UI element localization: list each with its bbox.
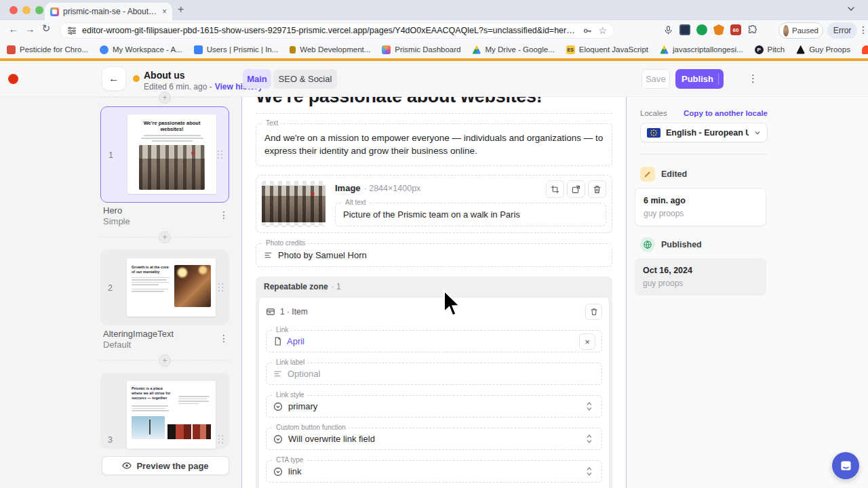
link-label-field[interactable]: Link label Optional xyxy=(266,363,602,385)
microphone-icon[interactable] xyxy=(663,25,673,35)
delete-item-button[interactable] xyxy=(585,304,602,320)
add-slice-button[interactable]: + xyxy=(159,231,171,243)
select-circle-icon xyxy=(273,434,283,444)
add-slice-button[interactable]: + xyxy=(159,354,171,367)
stepper-icon[interactable] xyxy=(587,467,592,476)
window-controls[interactable] xyxy=(9,6,43,14)
drag-handle-icon[interactable] xyxy=(218,150,222,159)
error-button[interactable]: Error xyxy=(827,22,857,39)
slice-list-panel: + 1 We're passionate about websites! Her… xyxy=(95,97,241,488)
back-button[interactable]: ← xyxy=(102,66,126,91)
delete-image-button[interactable] xyxy=(588,180,606,198)
tab-search-chevron-icon[interactable] xyxy=(846,4,856,14)
bookmark-item[interactable]: javascriptallongesi... xyxy=(660,45,743,54)
edited-pencil-icon xyxy=(640,167,655,182)
zoom-window-button[interactable] xyxy=(35,6,43,14)
chat-widget-button[interactable] xyxy=(832,452,859,479)
link-style-value[interactable]: primary xyxy=(288,401,317,411)
document-info-sidebar: Locales Copy to another locale English -… xyxy=(627,97,868,488)
link-field[interactable]: Link April × xyxy=(266,330,602,352)
close-window-button[interactable] xyxy=(9,6,18,14)
forward-nav-icon[interactable]: → xyxy=(22,23,38,35)
metamask-fox-icon[interactable] xyxy=(713,24,724,35)
chrome-menu-kebab-icon[interactable]: ⋮ xyxy=(859,24,868,35)
save-button[interactable]: Save xyxy=(642,69,670,89)
slice-card-alteringimagetext[interactable]: 2 Growth is at the core of our mentality xyxy=(100,249,229,325)
text-field-value[interactable]: And we're on a mission to empower everyo… xyxy=(264,131,604,157)
chat-bubble-icon xyxy=(840,460,852,472)
header-kebab-menu[interactable]: ⋮ xyxy=(748,73,758,85)
browser-tab[interactable]: prismic-main-se - About us × xyxy=(45,3,172,20)
bookmark-item[interactable]: Overview - Hotjar xyxy=(862,45,868,54)
custom-button-function-value[interactable]: Will overwrite link field xyxy=(288,434,375,444)
bookmark-item[interactable]: Pesticide for Chro... xyxy=(7,45,88,54)
red-60-extension-icon[interactable]: 60 xyxy=(730,24,741,35)
clear-link-button[interactable]: × xyxy=(579,333,595,350)
slice-card-hero[interactable]: 1 We're passionate about websites! xyxy=(100,106,229,203)
photo-credits-field[interactable]: Photo credits Photo by Samuel Horn xyxy=(256,243,612,267)
close-tab-icon[interactable]: × xyxy=(162,7,167,16)
link-label-label: Link label xyxy=(273,359,307,366)
slice-card-third[interactable]: 3 Prismic is a place where we all strive… xyxy=(100,373,229,449)
copy-locale-link[interactable]: Copy to another locale xyxy=(684,109,768,117)
bookmark-item[interactable]: ESEloquent JavaScript xyxy=(566,45,648,54)
avatar xyxy=(783,25,789,37)
users-prismic-icon xyxy=(194,45,203,54)
slice-menu-kebab[interactable]: ⋮ xyxy=(219,209,229,220)
image-thumbnail[interactable] xyxy=(262,181,326,227)
cta-type-select[interactable]: CTA type link xyxy=(266,460,602,483)
repeatable-zone-title: Repeatable zone xyxy=(264,282,328,291)
link-value[interactable]: April xyxy=(287,336,304,346)
bookmark-item[interactable]: Guy Proops xyxy=(796,45,850,54)
stepper-icon[interactable] xyxy=(587,434,592,443)
slice-menu-kebab[interactable]: ⋮ xyxy=(219,333,229,344)
profile-chip[interactable]: Paused xyxy=(778,22,823,39)
photo-credits-value[interactable]: Photo by Samuel Horn xyxy=(278,250,367,260)
edited-status-badge: Edited xyxy=(661,169,687,179)
publish-button[interactable]: Publish xyxy=(675,69,724,89)
puzzle-extensions-icon[interactable] xyxy=(747,25,757,35)
edited-time: 6 min. ago xyxy=(644,196,757,205)
bookmark-item[interactable]: My Drive - Google... xyxy=(472,45,554,54)
site-info-icon[interactable] xyxy=(67,26,77,35)
tab-seo-social[interactable]: SEO & Social xyxy=(273,69,337,89)
heading-field[interactable]: We're passionate about websites! xyxy=(256,97,612,114)
text-field[interactable]: Text And we're on a mission to empower e… xyxy=(256,123,612,166)
drag-handle-icon[interactable] xyxy=(218,435,223,444)
link-style-select[interactable]: Link style primary xyxy=(266,395,602,418)
preview-page-button[interactable]: Preview the page xyxy=(102,456,229,475)
alt-text-field[interactable]: Alt text Picture of the Prismic team on … xyxy=(335,203,606,226)
bookmark-item[interactable]: My Workspace - A... xyxy=(100,45,182,54)
slice-variant: Simple xyxy=(103,216,130,226)
stepper-icon[interactable] xyxy=(587,402,592,411)
omnibox[interactable]: editor-wroom-git-filipsauer-pbd-1615-sho… xyxy=(60,22,614,39)
schedule-calendar-icon[interactable] xyxy=(723,75,724,83)
dark-grid-extension-icon[interactable] xyxy=(679,24,690,35)
preview-page-label: Preview the page xyxy=(136,461,208,471)
green-circle-extension-icon[interactable] xyxy=(696,24,707,35)
alt-text-value[interactable]: Picture of the Prismic team on a walk in… xyxy=(343,209,598,220)
new-tab-button[interactable]: + xyxy=(178,3,184,16)
edited-user: guy proops xyxy=(644,209,757,218)
replace-image-button[interactable] xyxy=(567,180,585,198)
password-key-icon[interactable] xyxy=(583,26,593,36)
bookmark-item[interactable]: Prismic Dashboard xyxy=(382,45,460,54)
drag-handle-icon[interactable] xyxy=(218,283,223,292)
bookmark-item[interactable]: PPitch xyxy=(755,45,785,54)
sidebar-divider xyxy=(640,154,768,155)
add-slice-button[interactable]: + xyxy=(159,92,171,104)
align-left-icon xyxy=(273,369,282,378)
minimize-window-button[interactable] xyxy=(22,6,31,14)
locale-select[interactable]: English - European U... xyxy=(640,123,768,142)
crop-image-button[interactable] xyxy=(546,180,564,198)
tab-main[interactable]: Main xyxy=(243,69,271,89)
cta-type-value[interactable]: link xyxy=(288,466,302,476)
back-nav-icon[interactable]: ← xyxy=(5,23,22,35)
repeatable-zone-count: · 1 xyxy=(332,282,341,291)
bookmark-star-icon[interactable]: ☆ xyxy=(598,25,607,36)
reload-icon[interactable]: ↻ xyxy=(38,22,54,35)
bookmark-item[interactable]: Web Development... xyxy=(290,45,370,54)
bookmark-item[interactable]: Users | Prismic | In... xyxy=(194,45,279,54)
url-text[interactable]: editor-wroom-git-filipsauer-pbd-1615-sho… xyxy=(82,26,577,35)
custom-button-function-select[interactable]: Custom button function Will overwrite li… xyxy=(266,428,602,450)
